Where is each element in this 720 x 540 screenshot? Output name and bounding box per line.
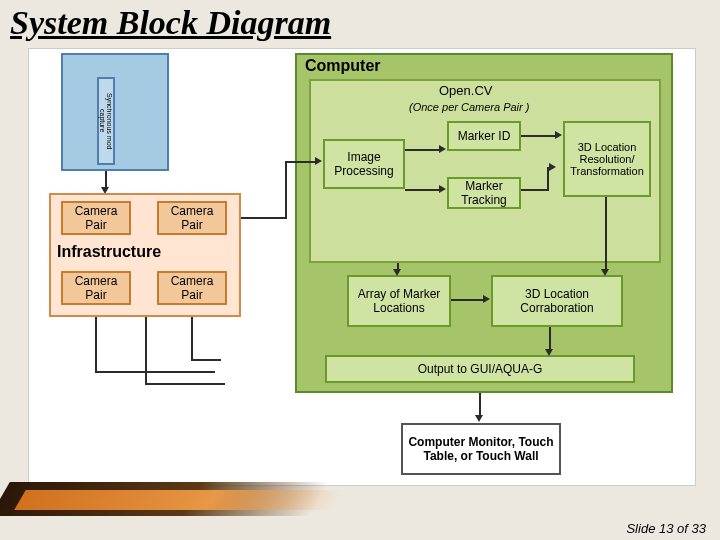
monitor-box: Computer Monitor, Touch Table, or Touch … [401,423,561,475]
image-processing: Image Processing [323,139,405,189]
slide-footer: Slide 13 of 33 [626,521,706,536]
decor-stripe-orange [14,490,346,510]
gloves-box [61,53,169,171]
footer-page-number: 13 of 33 [659,521,706,536]
location-corraboration: 3D Location Corraboration [491,275,623,327]
camera-pair-2: Camera Pair [157,201,227,235]
location-resolution: 3D Location Resolution/ Transformation [563,121,651,197]
output-box: Output to GUI/AQUA-G [325,355,635,383]
camera-pair-4: Camera Pair [157,271,227,305]
footer-slide-word: Slide [626,521,655,536]
marker-id: Marker ID [447,121,521,151]
infra-heading: Infrastructure [57,243,161,261]
marker-tracking: Marker Tracking [447,177,521,209]
diagram-canvas: Gloves Synchronous mod capture Camera Pa… [28,48,696,486]
opencv-heading: Open.CV [439,83,492,98]
opencv-note: (Once per Camera Pair ) [409,101,529,113]
gloves-sync: Synchronous mod capture [97,77,115,165]
array-marker-locations: Array of Marker Locations [347,275,451,327]
camera-pair-3: Camera Pair [61,271,131,305]
page-title: System Block Diagram [0,0,720,46]
computer-heading: Computer [305,57,381,75]
camera-pair-1: Camera Pair [61,201,131,235]
